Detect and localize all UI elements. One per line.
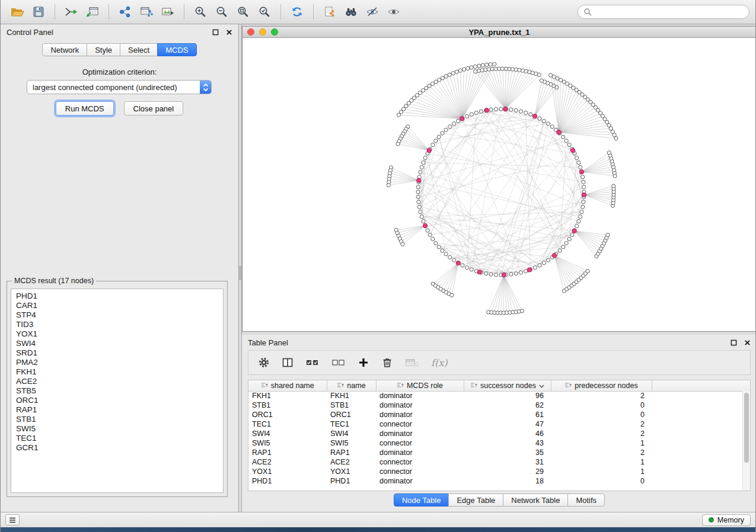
mcds-result-item[interactable]: STP4	[16, 310, 223, 320]
table-row[interactable]: TEC1TEC1connector472	[248, 419, 750, 429]
open-session-button[interactable]	[7, 3, 28, 21]
mcds-result-item[interactable]: RAP1	[16, 405, 223, 415]
mcds-result-item[interactable]: PMA2	[16, 358, 223, 367]
mcds-result-item[interactable]: TEC1	[16, 434, 223, 443]
table-cell: SWI4	[327, 429, 376, 438]
table-row[interactable]: PHD1PHD1dominator180	[248, 476, 750, 486]
column-sort-icon[interactable]	[564, 382, 572, 390]
column-visibility-button[interactable]	[282, 357, 294, 368]
table-cell: RAP1	[327, 448, 376, 457]
function-builder-button[interactable]: f(x)	[431, 357, 447, 368]
table-row[interactable]: SWI5SWI5connector431	[248, 438, 750, 448]
table-row[interactable]: ACE2ACE2connector311	[248, 457, 750, 467]
table-header-row: shared namenameMCDS rolesuccessor nodesp…	[248, 380, 750, 391]
column-sort-icon[interactable]	[337, 382, 344, 390]
table-scrollbar[interactable]	[742, 391, 750, 491]
share-network-button[interactable]	[114, 3, 136, 21]
import-network-button[interactable]	[136, 3, 157, 21]
mcds-result-item[interactable]: YOX1	[16, 329, 223, 339]
zoom-selected-button[interactable]	[254, 3, 275, 21]
table-toolbar: f(x)	[248, 350, 751, 375]
tab-motifs[interactable]: Motifs	[567, 493, 605, 507]
mcds-result-item[interactable]: GCR1	[16, 443, 223, 453]
deselect-all-rows-button[interactable]	[331, 357, 346, 368]
search-network-button[interactable]	[340, 3, 362, 21]
column-sort-icon[interactable]	[470, 382, 477, 390]
window-close-button[interactable]	[247, 28, 254, 36]
tab-network-table[interactable]: Network Table	[503, 493, 568, 507]
criterion-dropdown[interactable]: largest connected component (undirected)	[27, 80, 212, 94]
table-cell: 2	[551, 419, 652, 429]
mcds-result-item[interactable]: STB5	[16, 386, 223, 396]
window-minimize-button[interactable]	[259, 28, 266, 36]
tab-mcds[interactable]: MCDS	[157, 43, 196, 56]
table-cell: PHD1	[327, 476, 376, 486]
table-row[interactable]: FKH1FKH1dominator962	[248, 391, 750, 400]
command-panel-toggle-button[interactable]	[5, 514, 20, 525]
window-zoom-button[interactable]	[271, 28, 278, 36]
zoom-in-button[interactable]	[190, 3, 211, 21]
mcds-result-item[interactable]: SWI5	[16, 424, 223, 434]
delete-columns-button[interactable]	[381, 357, 393, 368]
mcds-result-item[interactable]: FKH1	[16, 367, 223, 377]
select-all-rows-button[interactable]	[305, 357, 320, 368]
import-file-button[interactable]	[60, 3, 82, 21]
settings-gear-button[interactable]	[258, 357, 270, 368]
column-header-name[interactable]: name	[327, 380, 376, 391]
table-cell-filler	[652, 467, 750, 476]
import-table-disabled-button[interactable]	[405, 357, 419, 368]
export-image-button[interactable]	[157, 3, 178, 21]
table-row[interactable]: SWI4SWI4dominator462	[248, 429, 750, 438]
hide-graphics-button[interactable]	[362, 3, 383, 21]
table-cell-filler	[652, 419, 750, 429]
column-header-shared-name[interactable]: shared name	[248, 380, 327, 391]
table-cell: STB1	[248, 400, 327, 410]
mcds-result-item[interactable]: ORC1	[16, 396, 223, 405]
save-session-button[interactable]	[28, 3, 49, 21]
table-scrollbar-thumb[interactable]	[744, 393, 749, 463]
mcds-result-item[interactable]: PHD1	[16, 291, 223, 301]
mcds-result-item[interactable]: SRD1	[16, 348, 223, 358]
open-session-icon	[10, 6, 24, 18]
share-document-button[interactable]	[319, 3, 340, 21]
tab-edge-table[interactable]: Edge Table	[448, 493, 503, 507]
mcds-result-item[interactable]: SWI4	[16, 339, 223, 348]
float-panel-icon[interactable]	[212, 29, 219, 36]
search-input[interactable]	[595, 8, 744, 17]
table-row[interactable]: ORC1ORC1dominator610	[248, 410, 750, 419]
tab-network[interactable]: Network	[42, 43, 87, 56]
mcds-result-item[interactable]: STB1	[16, 415, 223, 424]
column-header-MCDS-role[interactable]: MCDS role	[376, 380, 464, 391]
tab-style[interactable]: Style	[87, 43, 120, 56]
memory-button[interactable]: Memory	[702, 514, 751, 526]
close-mcds-panel-button[interactable]: Close panel	[124, 101, 184, 116]
mcds-result-item[interactable]: CAR1	[16, 301, 223, 310]
column-sort-icon[interactable]	[397, 382, 404, 390]
mcds-result-item[interactable]: TID3	[16, 320, 223, 329]
splitter-collapse-handle[interactable]	[239, 266, 241, 280]
show-graphics-button[interactable]	[383, 3, 404, 21]
network-canvas[interactable]	[243, 38, 756, 331]
sort-direction-icon[interactable]	[539, 382, 544, 390]
tab-select[interactable]: Select	[120, 43, 158, 56]
zoom-out-button[interactable]	[211, 3, 232, 21]
float-table-panel-icon[interactable]	[731, 339, 737, 346]
table-row[interactable]: RAP1RAP1dominator352	[248, 448, 750, 457]
run-mcds-button[interactable]: Run MCDS	[56, 101, 114, 116]
table-row[interactable]: YOX1YOX1connector291	[248, 467, 750, 476]
import-table-button[interactable]	[82, 3, 103, 21]
add-column-button[interactable]	[358, 357, 369, 368]
close-table-panel-icon[interactable]	[744, 339, 751, 346]
tab-node-table[interactable]: Node Table	[394, 493, 449, 507]
zoom-fit-button[interactable]	[232, 3, 254, 21]
network-window-titlebar[interactable]: YPA_prune.txt_1	[243, 27, 756, 38]
mcds-result-item[interactable]: ACE2	[16, 377, 223, 386]
column-header-successor-nodes[interactable]: successor nodes	[464, 380, 551, 391]
refresh-layout-button[interactable]	[286, 3, 308, 21]
column-header-predecessor-nodes[interactable]: predecessor nodes	[551, 380, 652, 391]
memory-label: Memory	[717, 516, 744, 524]
column-sort-icon[interactable]	[261, 382, 268, 390]
close-panel-icon[interactable]	[226, 29, 232, 36]
table-cell: ACE2	[327, 457, 376, 467]
table-row[interactable]: STB1STB1dominator620	[248, 400, 750, 410]
